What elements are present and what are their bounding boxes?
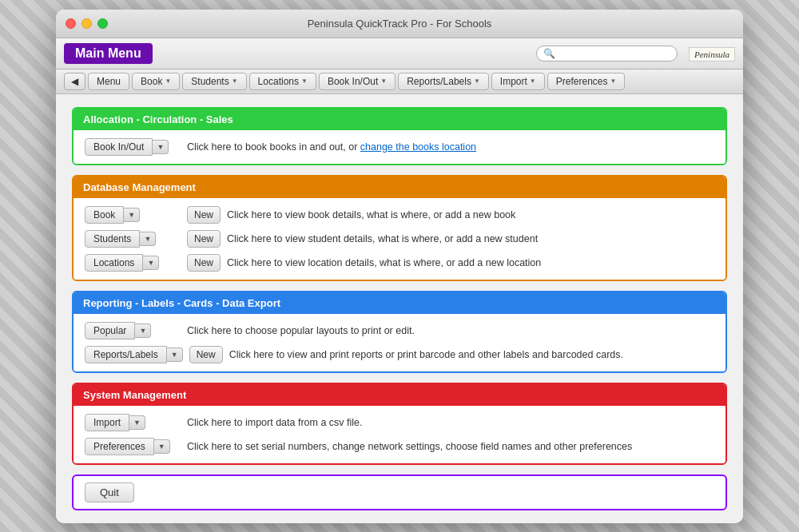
import-description: Click here to import data from a csv fil…: [187, 417, 714, 428]
row-bookinout: Book In/Out ▼ Click here to book books i…: [85, 138, 714, 156]
section-allocation-body: Book In/Out ▼ Click here to book books i…: [74, 130, 725, 164]
chevron-down-icon: ▼: [165, 77, 171, 85]
preferences-description: Click here to set serial numbers, change…: [187, 441, 714, 452]
chevron-down-icon: ▼: [530, 77, 536, 85]
book-btn-group: Book ▼: [85, 206, 181, 224]
section-system-header: System Management: [74, 384, 725, 406]
nav-locations[interactable]: Locations ▼: [249, 73, 316, 90]
search-icon: 🔍: [543, 48, 555, 59]
row-reports-labels: Reports/Labels ▼ New Click here to view …: [85, 346, 714, 363]
locations-description: Click here to view location details, wha…: [227, 257, 714, 268]
locations-button[interactable]: Locations: [85, 254, 143, 272]
book-dropdown-button[interactable]: ▼: [124, 208, 140, 222]
row-locations: Locations ▼ New Click here to view locat…: [85, 254, 714, 272]
logo-text: Peninsula: [689, 47, 735, 62]
section-database-body: Book ▼ New Click here to view book detai…: [74, 198, 725, 280]
section-system: System Management Import ▼ Click here to…: [72, 383, 727, 465]
row-students: Students ▼ New Click here to view studen…: [85, 230, 714, 248]
book-description: Click here to view book details, what is…: [227, 209, 714, 220]
section-reporting: Reporting - Labels - Cards - Data Export…: [72, 291, 727, 373]
chevron-down-icon: ▼: [474, 77, 480, 85]
students-description: Click here to view student details, what…: [227, 233, 714, 244]
locations-btn-group: Locations ▼: [85, 254, 181, 272]
row-preferences: Preferences ▼ Click here to set serial n…: [85, 438, 714, 455]
logo-area: Peninsula: [689, 46, 735, 61]
nav-students[interactable]: Students ▼: [182, 73, 246, 90]
nav-book[interactable]: Book ▼: [132, 73, 180, 90]
nav-preferences[interactable]: Preferences ▼: [547, 73, 626, 90]
import-dropdown-button[interactable]: ▼: [129, 415, 145, 430]
preferences-dropdown-button[interactable]: ▼: [154, 439, 170, 454]
chevron-down-icon: ▼: [232, 77, 238, 85]
nav-bar: ◀ Menu Book ▼ Students ▼ Locations ▼ Boo…: [56, 69, 743, 94]
bookinout-button[interactable]: Book In/Out: [85, 138, 153, 156]
students-dropdown-button[interactable]: ▼: [140, 232, 156, 246]
section-system-body: Import ▼ Click here to import data from …: [74, 406, 725, 463]
import-btn-group: Import ▼: [85, 414, 181, 431]
locations-new-button[interactable]: New: [187, 254, 221, 272]
bookinout-dropdown-button[interactable]: ▼: [153, 140, 169, 154]
book-button[interactable]: Book: [85, 206, 124, 224]
section-allocation: Allocation - Circulation - Sales Book In…: [72, 107, 727, 165]
traffic-lights: [66, 18, 108, 29]
main-menu-title: Main Menu: [64, 43, 153, 64]
bookinout-btn-group: Book In/Out ▼: [85, 138, 181, 156]
maximize-button[interactable]: [97, 18, 108, 29]
titlebar: Peninsula QuickTrack Pro - For Schools: [56, 10, 743, 38]
chevron-down-icon: ▼: [301, 77, 308, 85]
nav-menu[interactable]: Menu: [88, 73, 129, 90]
popular-button[interactable]: Popular: [85, 322, 135, 339]
section-database-header: Database Management: [74, 177, 725, 198]
toolbar: Main Menu 🔍 Peninsula: [56, 38, 743, 69]
close-button[interactable]: [66, 18, 76, 29]
quit-section: Quit: [72, 474, 727, 510]
reportslabels-dropdown-button[interactable]: ▼: [167, 347, 183, 362]
locations-dropdown-button[interactable]: ▼: [143, 256, 159, 270]
section-reporting-body: Popular ▼ Click here to choose popular l…: [74, 314, 725, 371]
chevron-down-icon: ▼: [380, 77, 387, 85]
back-button[interactable]: ◀: [64, 73, 85, 90]
preferences-button[interactable]: Preferences: [85, 438, 154, 455]
main-content: Allocation - Circulation - Sales Book In…: [56, 94, 743, 523]
quit-button[interactable]: Quit: [85, 482, 134, 502]
students-button[interactable]: Students: [85, 230, 140, 248]
nav-import[interactable]: Import ▼: [491, 73, 545, 90]
popular-description: Click here to choose popular layouts to …: [187, 325, 714, 336]
bookinout-description: Click here to book books in and out, or …: [187, 141, 714, 153]
change-location-link[interactable]: change the books location: [360, 141, 476, 153]
window-title: Peninsula QuickTrack Pro - For Schools: [308, 18, 492, 30]
row-popular: Popular ▼ Click here to choose popular l…: [85, 322, 714, 339]
search-bar: 🔍: [536, 46, 678, 62]
nav-book-inout[interactable]: Book In/Out ▼: [319, 73, 396, 90]
nav-reports-labels[interactable]: Reports/Labels ▼: [398, 73, 489, 90]
section-database: Database Management Book ▼ New Click her…: [72, 175, 727, 281]
book-new-button[interactable]: New: [187, 206, 221, 224]
students-btn-group: Students ▼: [85, 230, 181, 248]
minimize-button[interactable]: [81, 18, 92, 29]
chevron-down-icon: ▼: [610, 77, 616, 85]
reportslabels-new-button[interactable]: New: [189, 346, 223, 363]
reportslabels-btn-group: Reports/Labels ▼: [85, 346, 183, 363]
row-book: Book ▼ New Click here to view book detai…: [85, 206, 714, 224]
reportslabels-button[interactable]: Reports/Labels: [85, 346, 167, 363]
import-button[interactable]: Import: [85, 414, 129, 431]
reportslabels-description: Click here to view and print reports or …: [229, 349, 714, 360]
students-new-button[interactable]: New: [187, 230, 221, 248]
popular-btn-group: Popular ▼: [85, 322, 181, 339]
search-input[interactable]: [559, 48, 670, 59]
popular-dropdown-button[interactable]: ▼: [135, 324, 151, 338]
section-reporting-header: Reporting - Labels - Cards - Data Export: [74, 292, 725, 314]
preferences-btn-group: Preferences ▼: [85, 438, 181, 455]
row-import: Import ▼ Click here to import data from …: [85, 414, 714, 431]
section-allocation-header: Allocation - Circulation - Sales: [74, 109, 725, 130]
application-window: Peninsula QuickTrack Pro - For Schools M…: [56, 10, 743, 523]
